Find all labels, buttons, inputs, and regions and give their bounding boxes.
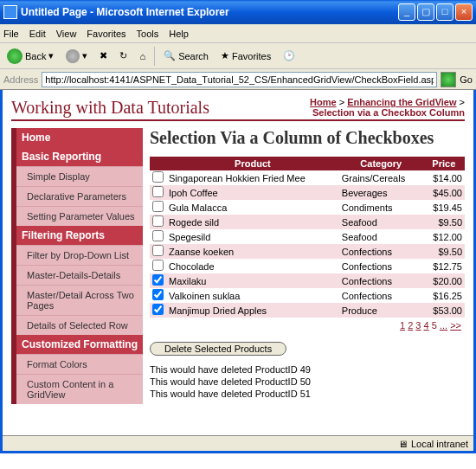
sidebar-item[interactable]: Filter by Drop-Down List — [16, 245, 143, 265]
cell-price: $14.00 — [423, 170, 465, 185]
pager-page[interactable]: 1 — [400, 320, 405, 331]
row-checkbox[interactable] — [152, 289, 164, 300]
col-product: Product — [166, 157, 339, 170]
minimize-button[interactable]: _ — [398, 3, 415, 21]
sidebar-basic-reporting[interactable]: Basic Reporting — [16, 147, 143, 166]
close-button[interactable]: × — [455, 3, 473, 21]
row-checkbox[interactable] — [152, 304, 164, 315]
menu-view[interactable]: View — [56, 29, 77, 39]
table-row: Gula MalaccaCondiments$19.45 — [150, 200, 465, 215]
pager-page[interactable]: 2 — [408, 320, 413, 331]
cell-category: Grains/Cereals — [339, 170, 423, 185]
cell-price: $12.75 — [423, 259, 465, 273]
menu-favorites[interactable]: Favorites — [87, 29, 125, 39]
row-checkbox[interactable] — [152, 230, 164, 241]
table-row: ChocoladeConfections$12.75 — [150, 259, 465, 273]
cell-product: Valkoinen suklaa — [166, 288, 339, 303]
cell-product: Maxilaku — [166, 273, 339, 288]
menu-help[interactable]: Help — [169, 29, 189, 39]
row-checkbox[interactable] — [152, 274, 164, 286]
row-checkbox[interactable] — [152, 245, 164, 256]
menu-edit[interactable]: Edit — [29, 29, 46, 39]
row-checkbox[interactable] — [152, 171, 164, 183]
sidebar-item[interactable]: Setting Parameter Values — [16, 206, 143, 226]
cell-category: Seafood — [339, 229, 423, 244]
table-row: Rogede sildSeafood$9.50 — [150, 215, 465, 229]
page-title: Selection Via a Column of Checkboxes — [150, 128, 465, 148]
row-checkbox[interactable] — [152, 260, 164, 271]
address-input[interactable] — [42, 72, 437, 87]
delete-selected-button[interactable]: Delete Selected Products — [150, 342, 286, 356]
breadcrumb-enhancing[interactable]: Enhancing the GridView — [347, 97, 456, 107]
breadcrumb-home[interactable]: Home — [310, 97, 337, 107]
ie-icon — [3, 5, 17, 19]
sidebar-item[interactable]: Simple Display — [16, 166, 143, 186]
star-icon: ★ — [221, 50, 229, 61]
maximize-button[interactable]: □ — [436, 3, 453, 21]
table-row: Manjimup Dried ApplesProduce$53.00 — [150, 303, 465, 318]
home-button[interactable]: ⌂ — [136, 49, 149, 63]
sidebar-item[interactable]: Declarative Parameters — [16, 186, 143, 206]
table-row: MaxilakuConfections$20.00 — [150, 273, 465, 288]
pager-page[interactable]: 3 — [415, 320, 421, 331]
pager-page[interactable]: 4 — [424, 320, 429, 331]
row-checkbox[interactable] — [152, 186, 164, 197]
cell-product: Singaporean Hokkien Fried Mee — [166, 170, 339, 185]
back-button[interactable]: Back ▾ — [3, 47, 57, 66]
cell-product: Ipoh Coffee — [166, 185, 339, 200]
cell-category: Confections — [339, 259, 423, 273]
cell-category: Confections — [339, 288, 423, 303]
cell-product: Chocolade — [166, 259, 339, 273]
table-row: Valkoinen suklaaConfections$16.25 — [150, 288, 465, 303]
forward-button[interactable]: ▾ — [62, 48, 91, 65]
sidebar-item[interactable]: Master-Details-Details — [16, 265, 143, 285]
pager-current: 5 — [432, 320, 437, 331]
refresh-button[interactable]: ↻ — [116, 48, 131, 63]
cell-price: $16.25 — [423, 288, 465, 303]
history-icon: 🕑 — [283, 50, 295, 61]
cell-category: Produce — [339, 303, 423, 318]
pager: 1 2 3 4 5 ... >> — [150, 318, 465, 333]
cell-product: Gula Malacca — [166, 200, 339, 215]
sidebar-item[interactable]: Master/Detail Across Two Pages — [16, 285, 143, 315]
stop-icon: ✖ — [100, 50, 107, 61]
cell-category: Confections — [339, 273, 423, 288]
row-checkbox[interactable] — [152, 201, 164, 212]
pager-dots[interactable]: ... — [440, 320, 447, 331]
cell-category: Condiments — [339, 200, 423, 215]
sidebar-custfmt[interactable]: Customized Formatting — [16, 335, 143, 354]
sidebar-item[interactable]: Details of Selected Row — [16, 315, 143, 335]
address-label: Address — [3, 74, 38, 85]
forward-icon — [66, 49, 80, 63]
sidebar-item[interactable]: Format Colors — [16, 354, 143, 374]
window-titlebar: Untitled Page - Microsoft Internet Explo… — [0, 0, 476, 24]
browser-viewport: Working with Data Tutorials Home > Enhan… — [0, 90, 476, 453]
cell-price: $53.00 — [423, 303, 465, 318]
sidebar-home[interactable]: Home — [16, 128, 143, 147]
window-title: Untitled Page - Microsoft Internet Explo… — [21, 6, 398, 18]
cell-product: Rogede sild — [166, 215, 339, 229]
col-category: Category — [339, 157, 423, 170]
cell-price: $20.00 — [423, 273, 465, 288]
sidebar-filtering[interactable]: Filtering Reports — [16, 226, 143, 245]
cell-price: $9.50 — [423, 215, 465, 229]
menu-tools[interactable]: Tools — [137, 29, 159, 39]
sidebar-item[interactable]: Custom Content in a GridView — [16, 374, 143, 404]
main-content: Selection Via a Column of Checkboxes Pro… — [150, 128, 465, 404]
pager-next[interactable]: >> — [450, 320, 461, 331]
history-button[interactable]: 🕑 — [280, 48, 299, 63]
menu-file[interactable]: File — [3, 29, 19, 39]
products-grid: Product Category Price Singaporean Hokki… — [150, 157, 465, 318]
message-line: This would have deleted ProductID 51 — [150, 389, 465, 399]
table-row: Singaporean Hokkien Fried MeeGrains/Cere… — [150, 170, 465, 185]
row-checkbox[interactable] — [152, 215, 164, 227]
stop-button[interactable]: ✖ — [96, 48, 111, 63]
cell-price: $12.00 — [423, 229, 465, 244]
cell-category: Beverages — [339, 185, 423, 200]
go-button[interactable] — [441, 72, 456, 87]
search-button[interactable]: 🔍Search — [160, 48, 212, 63]
restore-button[interactable]: ▢ — [417, 3, 434, 21]
breadcrumb: Home > Enhancing the GridView > Selectio… — [310, 97, 465, 118]
zone-icon: 🖥 — [398, 439, 408, 449]
favorites-button[interactable]: ★Favorites — [217, 48, 274, 63]
